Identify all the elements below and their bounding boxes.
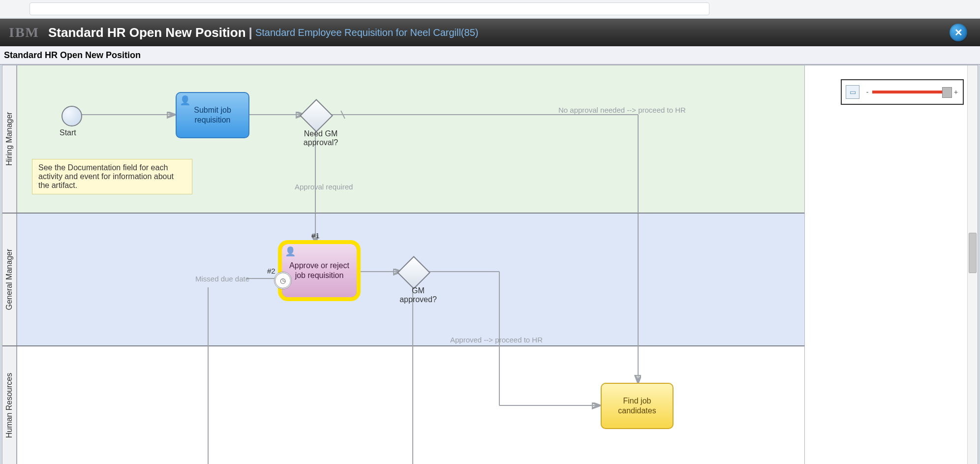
top-bar: IBM Standard HR Open New Position | Stan… bbox=[0, 19, 980, 46]
lane-header-general-manager: General Manager bbox=[2, 214, 17, 346]
zoom-minus[interactable]: - bbox=[864, 88, 870, 96]
side-panel: ▭ - + bbox=[805, 65, 978, 464]
lane-general-manager: General Manager bbox=[2, 214, 804, 347]
user-task-icon: 👤 bbox=[180, 95, 190, 106]
lane-header-human-resources: Human Resources bbox=[2, 346, 17, 464]
token-badge-1: #1 bbox=[311, 231, 320, 240]
lane-human-resources: Human Resources Fin bbox=[2, 346, 804, 464]
gateway-gm-approved[interactable] bbox=[397, 256, 430, 289]
vertical-scrollbar[interactable] bbox=[967, 65, 978, 464]
diagram-title-bar: Standard HR Open New Position bbox=[0, 46, 980, 65]
svg-line-3 bbox=[341, 111, 345, 119]
task-find-label: Find job candidates bbox=[606, 396, 669, 416]
ibm-logo: IBM bbox=[9, 25, 39, 40]
task-submit-job-requisition[interactable]: 👤 Submit job requisition bbox=[176, 92, 249, 138]
diagram-area: Hiring Manager bbox=[2, 65, 978, 464]
scrollbar-thumb[interactable] bbox=[969, 233, 977, 273]
start-event-label: Start bbox=[60, 128, 76, 137]
diagram-title: Standard HR Open New Position bbox=[4, 50, 141, 61]
edge-label-no-approval: No approval needed --> proceed to HR bbox=[558, 106, 686, 114]
gateway-gm-approved-label: GM approved? bbox=[396, 286, 440, 304]
gateway-need-gm-approval[interactable] bbox=[300, 99, 333, 132]
lane-header-hiring-manager: Hiring Manager bbox=[2, 65, 17, 213]
close-icon: ✕ bbox=[954, 28, 963, 37]
title-separator: | bbox=[249, 25, 252, 40]
task-approve-label: Approve or reject job requisition bbox=[286, 261, 353, 280]
url-input[interactable] bbox=[30, 2, 709, 15]
zoom-slider-track[interactable] bbox=[872, 91, 951, 93]
app-wrapper: IBM Standard HR Open New Position | Stan… bbox=[0, 0, 980, 464]
lane-label-human-resources: Human Resources bbox=[5, 372, 14, 438]
close-button[interactable]: ✕ bbox=[949, 24, 967, 41]
lane-hiring-manager: Hiring Manager bbox=[2, 65, 804, 214]
zoom-control[interactable]: ▭ - + bbox=[841, 79, 964, 105]
swimlanes: Hiring Manager bbox=[2, 65, 805, 464]
zoom-slider-thumb[interactable] bbox=[942, 87, 952, 98]
task-find-job-candidates[interactable]: Find job candidates bbox=[601, 383, 674, 429]
edge-label-approval-required: Approval required bbox=[295, 183, 353, 191]
instance-subtitle: Standard Employee Requisition for Neel C… bbox=[255, 27, 479, 38]
timer-boundary-event[interactable]: ◷ bbox=[274, 272, 292, 289]
documentation-note: See the Documentation field for each act… bbox=[32, 159, 192, 194]
token-badge-2: #2 bbox=[267, 267, 276, 275]
page-title: Standard HR Open New Position bbox=[48, 25, 246, 40]
edge-label-missed-due-date: Missed due date bbox=[195, 275, 249, 283]
browser-url-bar bbox=[0, 0, 980, 19]
lane-label-general-manager: General Manager bbox=[5, 249, 14, 310]
task-approve-reject-requisition[interactable]: 👤 Approve or reject job requisition bbox=[281, 243, 358, 298]
documentation-note-text: See the Documentation field for each act… bbox=[38, 163, 174, 189]
gateway-need-gm-label: Need GM approval? bbox=[299, 129, 343, 147]
task-submit-label: Submit job requisition bbox=[181, 105, 245, 125]
zoom-plus[interactable]: + bbox=[953, 88, 959, 96]
lane-label-hiring-manager: Hiring Manager bbox=[5, 112, 14, 166]
start-event[interactable] bbox=[61, 106, 82, 126]
user-task-icon: 👤 bbox=[285, 246, 296, 257]
zoom-fit-icon[interactable]: ▭ bbox=[846, 85, 859, 99]
edge-label-approved-proceed: Approved --> proceed to HR bbox=[450, 336, 543, 344]
